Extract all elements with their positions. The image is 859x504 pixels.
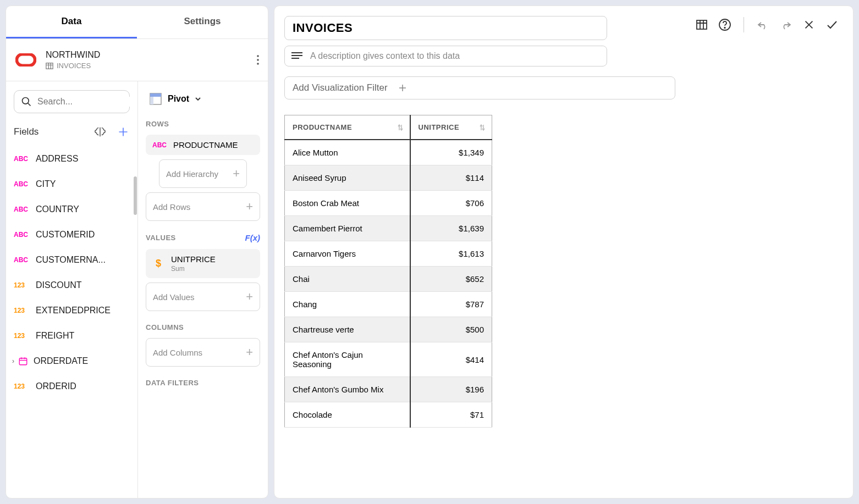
table-row[interactable]: Chef Anton's Cajun Seasoning$414 [285,342,492,377]
chevron-down-icon [195,96,201,102]
undo-icon[interactable] [755,17,770,32]
values-chip-name: UNITPRICE [171,254,216,264]
field-item-orderid[interactable]: 123ORDERID [6,374,137,399]
cell-value: $1,349 [410,140,492,165]
tab-settings[interactable]: Settings [137,6,268,38]
cell-value: $652 [410,267,492,292]
field-item-freight[interactable]: 123FREIGHT [6,323,137,348]
table-row[interactable]: Chartreuse verte$500 [285,317,492,342]
add-viz-filter-button[interactable]: Add Visualization Filter [284,76,675,99]
date-type-icon [18,356,34,366]
cell-value: $114 [410,165,492,191]
add-field-icon[interactable] [117,125,130,139]
datasource-actions-icon[interactable] [257,55,259,65]
table-row[interactable]: Camembert Pierrot$1,639 [285,216,492,241]
field-name: DISCOUNT [36,280,82,290]
abc-type-icon: ABC [14,155,29,163]
field-item-city[interactable]: ABCCITY [6,171,137,197]
plus-icon: + [246,290,253,304]
add-columns-dropzone[interactable]: Add Columns + [146,338,260,367]
close-icon[interactable] [801,17,817,32]
viz-title-input[interactable] [284,16,607,40]
field-item-customerna-[interactable]: ABCCUSTOMERNA... [6,247,137,273]
viz-type-selector[interactable]: Pivot [146,90,260,108]
cell-name: Chef Anton's Gumbo Mix [285,377,410,402]
description-input[interactable] [284,46,607,67]
plus-icon [398,83,408,93]
table-row[interactable]: Chocolade$71 [285,402,492,428]
datasource-name: NORTHWIND [46,50,100,60]
tab-data[interactable]: Data [6,6,137,38]
table-row[interactable]: Carnarvon Tigers$1,613 [285,241,492,267]
add-rows-label: Add Rows [153,202,190,212]
values-chip-unitprice[interactable]: $ UNITPRICE Sum [146,249,260,278]
sort-icon[interactable] [397,124,404,131]
field-item-orderdate[interactable]: ›ORDERDATE [6,348,137,374]
description-text[interactable] [310,51,600,61]
datasource-table: INVOICES [57,62,91,70]
table-row[interactable]: Chang$787 [285,292,492,317]
fx-button[interactable]: F(x) [245,233,261,242]
table-row[interactable]: Chai$652 [285,267,492,292]
datasource-header: NORTHWIND INVOICES [6,39,268,81]
svg-rect-17 [150,93,161,97]
add-hierarchy-dropzone[interactable]: Add Hierarchy + [159,159,247,188]
cell-value: $787 [410,292,492,317]
field-item-customerid[interactable]: ABCCUSTOMERID [6,222,137,247]
cell-name: Boston Crab Meat [285,191,410,216]
fields-pane: Fields ABCADDRESSABCCITYABCCOUNTRYABCCUS… [6,81,138,498]
svg-point-7 [257,63,259,65]
plus-icon: + [233,167,240,181]
abc-type-icon: ABC [152,141,168,149]
chevron-right-icon[interactable]: › [9,357,17,365]
add-values-dropzone[interactable]: Add Values + [146,283,260,311]
confirm-icon[interactable] [824,17,840,32]
abc-type-icon: ABC [14,180,29,188]
table-row[interactable]: Alice Mutton$1,349 [285,140,492,165]
field-item-country[interactable]: ABCCOUNTRY [6,197,137,222]
currency-icon: $ [152,258,164,269]
toolbar-separator [744,17,744,32]
cell-name: Alice Mutton [285,140,410,165]
sidebar: Data Settings NORTHWIND INVOICES [5,5,268,499]
redo-icon[interactable] [778,17,794,32]
field-item-discount[interactable]: 123DISCOUNT [6,273,137,298]
menu-icon [291,52,302,60]
sort-icon[interactable] [478,124,486,131]
abc-type-icon: ABC [14,231,29,239]
add-rows-dropzone[interactable]: Add Rows + [146,192,260,221]
help-icon[interactable] [717,17,733,32]
cell-value: $414 [410,342,492,377]
main-panel: Add Visualization Filter PRODUCTNAME [274,5,854,499]
num-type-icon: 123 [14,281,29,289]
rows-chip-label: PRODUCTNAME [173,140,238,149]
cell-name: Carnarvon Tigers [285,241,410,267]
table-row[interactable]: Chef Anton's Gumbo Mix$196 [285,377,492,402]
field-item-extendedprice[interactable]: 123EXTENDEDPRICE [6,298,137,323]
brain-icon[interactable] [93,125,107,139]
table-row[interactable]: Aniseed Syrup$114 [285,165,492,191]
cell-value: $1,639 [410,216,492,241]
rows-chip-productname[interactable]: ABC PRODUCTNAME [146,135,260,155]
field-name: CITY [36,179,56,189]
pivot-table[interactable]: PRODUCTNAME UNITPRICE [284,115,492,428]
grid-icon[interactable] [694,17,709,32]
table-row[interactable]: Boston Crab Meat$706 [285,191,492,216]
search-input[interactable] [14,90,130,113]
table-icon [46,62,53,70]
search-icon [21,96,32,107]
cell-name: Chai [285,267,410,292]
cell-name: Chef Anton's Cajun Seasoning [285,342,410,377]
columns-section-label: COLUMNS [146,323,260,331]
search-text-input[interactable] [37,97,138,107]
field-item-address[interactable]: ABCADDRESS [6,146,137,171]
field-name: CUSTOMERNA... [36,255,106,265]
scrollbar[interactable] [134,176,137,215]
column-header-productname[interactable]: PRODUCTNAME [285,115,410,140]
fields-list[interactable]: ABCADDRESSABCCITYABCCOUNTRYABCCUSTOMERID… [6,146,137,498]
column-header-unitprice[interactable]: UNITPRICE [410,115,492,140]
svg-rect-1 [46,63,53,69]
num-type-icon: 123 [14,383,29,390]
cell-name: Aniseed Syrup [285,165,410,191]
toolbar [685,6,853,498]
